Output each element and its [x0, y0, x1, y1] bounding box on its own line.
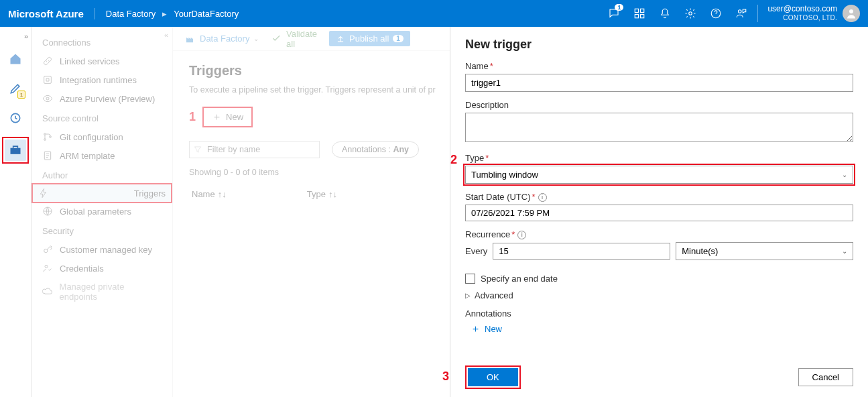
svg-rect-1 — [641, 9, 644, 12]
col-type[interactable]: Type ↑↓ — [307, 189, 337, 199]
sidebar-item-cmk[interactable]: Customer managed key — [32, 240, 172, 259]
start-date-label: Start Date (UTC)*i — [465, 192, 853, 202]
chevron-down-icon: ⌄ — [842, 171, 847, 178]
sidebar-section-author: Author — [32, 165, 172, 184]
feedback-icon[interactable]: 1 — [603, 3, 625, 24]
type-label: Type* — [465, 153, 853, 163]
help-icon[interactable] — [705, 3, 727, 24]
sort-icon: ↑↓ — [218, 189, 227, 199]
bell-icon[interactable] — [654, 3, 676, 24]
breadcrumb: Data Factory ▸ YourDataFactory — [106, 9, 239, 19]
svg-rect-9 — [44, 76, 52, 84]
description-label: Description — [465, 100, 853, 110]
sidebar-section-security: Security — [32, 221, 172, 240]
top-icon-bar: 1 — [603, 3, 752, 24]
svg-point-12 — [44, 139, 46, 141]
recurrence-label: Recurrence*i — [465, 229, 853, 239]
sidebar: « Connections Linked services Integratio… — [32, 27, 173, 397]
start-date-input[interactable] — [465, 205, 853, 221]
svg-point-13 — [50, 136, 52, 138]
type-select[interactable]: Tumbling window ⌄ — [465, 166, 853, 184]
recurrence-unit-select[interactable]: Minute(s) ⌄ — [676, 242, 853, 260]
avatar[interactable] — [843, 5, 860, 22]
directory-icon[interactable] — [629, 3, 650, 24]
name-input[interactable] — [465, 74, 853, 92]
publish-count: 1 — [393, 35, 404, 42]
step-marker-2: 2 — [450, 153, 457, 167]
sort-icon: ↑↓ — [328, 189, 337, 199]
description-input[interactable] — [465, 113, 853, 142]
col-name[interactable]: Name ↑↓ — [192, 189, 227, 199]
sidebar-item-credentials[interactable]: Credentials — [32, 259, 172, 278]
every-label: Every — [465, 246, 487, 256]
svg-point-16 — [44, 249, 48, 252]
brand[interactable]: Microsoft Azure — [8, 8, 95, 19]
svg-rect-0 — [635, 9, 639, 12]
user-email: user@contoso.com — [767, 5, 837, 14]
end-date-checkbox[interactable]: Specify an end date — [465, 274, 853, 284]
breadcrumb-root[interactable]: Data Factory — [106, 9, 156, 19]
advanced-toggle[interactable]: ▷ Advanced — [465, 290, 853, 300]
azure-top-bar: Microsoft Azure Data Factory ▸ YourDataF… — [0, 0, 868, 27]
toolbar-validate[interactable]: Validate all — [271, 29, 317, 49]
ok-button[interactable]: OK — [468, 368, 518, 386]
svg-rect-3 — [641, 15, 644, 18]
feedback-badge: 1 — [615, 4, 623, 11]
disclosure-triangle-icon: ▷ — [465, 292, 471, 299]
user-block[interactable]: user@contoso.com CONTOSO, LTD. — [757, 5, 860, 22]
svg-rect-2 — [635, 15, 639, 18]
gear-icon[interactable] — [680, 3, 701, 24]
new-trigger-button[interactable]: ＋ New — [202, 107, 253, 127]
collapse-sidebar-icon[interactable]: « — [164, 31, 168, 39]
checkbox-icon — [465, 274, 475, 284]
name-label: Name* — [465, 61, 853, 71]
sidebar-section-connections: Connections — [32, 32, 172, 52]
chevron-right-icon: ▸ — [162, 9, 167, 19]
info-icon[interactable]: i — [517, 231, 526, 239]
filter-icon — [193, 145, 202, 154]
step-marker-3: 3 — [442, 370, 449, 384]
chevron-down-icon: ⌄ — [842, 247, 847, 255]
ok-highlight: OK — [465, 365, 521, 389]
rail-monitor-icon[interactable] — [5, 107, 26, 129]
sidebar-item-linked-services[interactable]: Linked services — [32, 52, 172, 70]
cancel-button[interactable]: Cancel — [798, 368, 853, 386]
rail-author-icon[interactable]: 1 — [5, 78, 26, 99]
sidebar-item-mpe[interactable]: Managed private endpoints — [32, 278, 172, 306]
sidebar-item-git-config[interactable]: Git configuration — [32, 127, 172, 146]
info-icon[interactable]: i — [538, 193, 547, 202]
svg-point-17 — [45, 265, 48, 268]
rail-home-icon[interactable] — [5, 48, 26, 70]
sidebar-item-integration-runtimes[interactable]: Integration runtimes — [32, 70, 172, 89]
author-badge: 1 — [17, 91, 25, 99]
svg-point-10 — [46, 97, 49, 100]
step-marker-1: 1 — [189, 110, 196, 124]
new-trigger-panel: New trigger Name* Description 2 Type* Tu… — [450, 27, 868, 397]
rail-manage-highlight — [2, 137, 29, 164]
annotations-new-button[interactable]: ＋ New — [471, 323, 853, 335]
sidebar-item-triggers[interactable]: Triggers — [32, 183, 172, 203]
svg-point-6 — [739, 10, 742, 13]
toolbar-data-factory[interactable]: Data Factory ⌄ — [185, 34, 259, 44]
annotations-heading: Annotations — [465, 308, 853, 319]
user-org: CONTOSO, LTD. — [767, 14, 837, 22]
sidebar-section-source-control: Source control — [32, 108, 172, 127]
plus-icon: ＋ — [212, 111, 222, 123]
rail-manage-icon[interactable] — [5, 139, 26, 161]
expand-rail-icon[interactable]: » — [24, 32, 28, 40]
breadcrumb-leaf[interactable]: YourDataFactory — [174, 9, 239, 19]
svg-point-4 — [689, 12, 692, 15]
sidebar-item-purview[interactable]: Azure Purview (Preview) — [32, 89, 172, 108]
every-input[interactable] — [493, 243, 670, 260]
svg-point-7 — [849, 9, 853, 13]
svg-point-11 — [44, 133, 46, 135]
plus-icon: ＋ — [471, 323, 481, 335]
sidebar-item-global-params[interactable]: Global parameters — [32, 202, 172, 221]
left-rail: » 1 — [0, 27, 32, 397]
toolbar-publish[interactable]: Publish all 1 — [329, 31, 410, 46]
chevron-down-icon: ⌄ — [253, 35, 259, 42]
person-feedback-icon[interactable] — [731, 3, 752, 24]
filter-input[interactable] — [189, 141, 320, 158]
sidebar-item-arm-template[interactable]: ARM template — [32, 146, 172, 165]
annotations-filter[interactable]: Annotations : Any — [332, 141, 419, 158]
